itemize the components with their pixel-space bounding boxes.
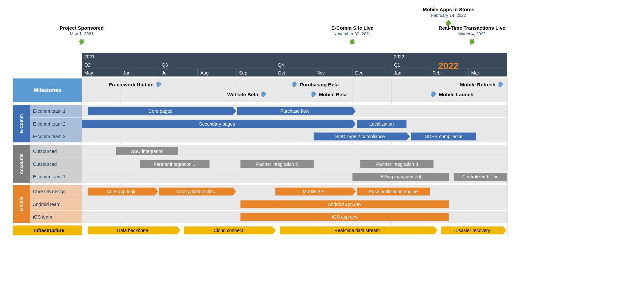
gantt-bar: Cloud connect: [184, 226, 272, 234]
bar-label: iOS app dev: [332, 214, 357, 220]
gantt-bar: Purchase flow: [237, 107, 352, 115]
group-label: Infrastructure: [13, 225, 82, 235]
bar-label: Mobile API: [303, 189, 325, 194]
gantt-bar: iOS app dev: [240, 213, 449, 221]
gantt-row: E-comm team 2Secondary pagesLocalization: [30, 117, 507, 130]
milestones-row: Milestones Framework UpdatePurchasing Be…: [13, 78, 507, 102]
bar-label: SOC Type 2 compliance: [335, 134, 385, 139]
row-track: Android app dev: [82, 198, 507, 210]
row-track: Partner integration 1Partner integration…: [82, 158, 507, 170]
axis-cell: May: [82, 69, 120, 76]
group-accounts: AccountsOutsourcedSSO integrationOutsour…: [13, 145, 507, 183]
row-label: Android team: [30, 198, 82, 210]
gantt-bar: SOC Type 2 compliance: [314, 133, 406, 140]
gantt-bar: Billing management: [352, 173, 450, 181]
group-e-comm: E-CommE-comm team 1Core pagesPurchase fl…: [13, 105, 507, 142]
time-axis: 20212022Q2Q3Q4Q1MayJunJulAugSepOctNovDec…: [13, 53, 507, 76]
axis-cell: Mar: [469, 69, 507, 76]
milestone-marker: Mobile Beta: [310, 91, 347, 98]
bar-label: Real-time data stream: [334, 228, 380, 233]
axis-cell: Jun: [120, 69, 159, 76]
milestone-label: Mobile Refresh: [460, 82, 496, 87]
gantt-row: iOS teamiOS app dev: [30, 210, 507, 223]
gantt-bar: Partner integration 2: [240, 160, 314, 168]
gantt-chart: Project Sponsored May 1, 2021 E-Comm Sit…: [13, 7, 507, 235]
axis-cell: Q4: [275, 61, 391, 69]
year-highlight: 2022: [438, 61, 459, 71]
gantt-bar: Mobile API: [275, 188, 352, 195]
row-label: Outsourced: [30, 145, 82, 158]
gantt-row: E-comm team 3SOC Type 2 complianceGDPR c…: [30, 130, 507, 142]
row-track: Billing managementCentralized billing: [82, 170, 507, 183]
axis-cell: Nov: [314, 69, 352, 76]
milestone-label: Mobile Launch: [439, 92, 473, 97]
bar-label: Android app dev: [328, 202, 361, 207]
bar-label: Disaster recovery: [454, 228, 490, 233]
gantt-row: Android teamAndroid app dev: [30, 198, 507, 210]
milestone-title: Real-Time Transactions Live: [439, 25, 505, 31]
milestone-title: Project Sponsored: [60, 25, 103, 31]
milestone-label: Website Beta: [227, 92, 258, 97]
milestone-date: March 4, 2022: [439, 31, 505, 36]
milestone-marker: Mobile Launch: [430, 91, 473, 98]
gantt-row: OutsourcedPartner integration 1Partner i…: [30, 158, 507, 170]
header-milestone: Project Sponsored May 1, 2021: [60, 25, 103, 47]
star-icon: [439, 38, 505, 47]
bar-label: Push notification engine: [369, 189, 418, 194]
group-tab: E-Comm: [13, 105, 30, 142]
milestone-title: Mobile Apps in Stores: [423, 7, 474, 12]
milestone-label: Purchasing Beta: [300, 82, 339, 87]
group-tab: Accounts: [13, 145, 30, 183]
axis-cell: 2021: [82, 53, 391, 61]
milestone-marker: Framework Update: [109, 81, 162, 88]
bar-label: Localization: [369, 121, 394, 127]
axis-cell: Jul: [159, 69, 198, 76]
gantt-bar: Push notification engine: [357, 188, 430, 195]
gantt-row: OutsourcedSSO integration: [30, 145, 507, 158]
milestone-date: February 14, 2022: [423, 13, 474, 18]
gantt-row: E-comm team 1Billing managementCentraliz…: [30, 170, 507, 183]
row-track: Secondary pagesLocalization: [82, 117, 507, 130]
bar-label: Centralized billing: [462, 174, 499, 179]
row-track: Core pagesPurchase flow: [82, 105, 507, 117]
axis-cell: 2022: [391, 53, 507, 61]
row-label: iOS team: [30, 210, 82, 223]
bar-label: Purchase flow: [280, 108, 309, 114]
gantt-bar: Partner integration 1: [140, 160, 210, 168]
axis-cell: Aug: [198, 69, 236, 76]
bar-label: Secondary pages: [199, 121, 235, 127]
row-track: Data backboneCloud connectReal-time data…: [82, 225, 507, 235]
axis-cell: Q3: [159, 61, 275, 69]
gantt-bar: Data backbone: [88, 226, 177, 234]
axis-cell: Oct: [275, 69, 314, 76]
row-track: Core app logicCross platform libsMobile …: [82, 185, 507, 198]
row-track: SSO integration: [82, 145, 507, 158]
axis-cell: Jan: [391, 69, 430, 76]
gantt-bar: Localization: [357, 120, 406, 128]
bar-label: SSO integration: [131, 149, 164, 154]
gantt-bar: Real-time data stream: [280, 226, 434, 234]
milestone-title: E-Comm Site Live: [331, 25, 374, 31]
milestone-date: May 1, 2021: [60, 31, 103, 36]
milestone-label: Mobile Beta: [319, 92, 347, 97]
milestone-date: November 30, 2021: [331, 31, 374, 36]
gantt-bar: Android app dev: [240, 200, 449, 208]
bar-label: GDPR compliance: [425, 134, 462, 139]
star-icon: [60, 38, 103, 47]
row-label: E-comm team 1: [30, 170, 82, 183]
header-milestone: E-Comm Site Live November 30, 2021: [331, 25, 374, 47]
row-label: Outsourced: [30, 158, 82, 170]
milestone-marker: Website Beta: [227, 91, 267, 98]
gantt-row: E-comm team 1Core pagesPurchase flow: [30, 105, 507, 117]
milestones-tab: Milestones: [13, 78, 82, 102]
milestone-marker: Purchasing Beta: [291, 81, 339, 88]
gantt-plot: E-CommE-comm team 1Core pagesPurchase fl…: [13, 102, 507, 235]
group-tab: Mobile: [13, 185, 30, 223]
gantt-bar: Core pages: [88, 107, 233, 115]
row-label: E-comm team 3: [30, 130, 82, 142]
gantt-bar: GDPR compliance: [411, 133, 476, 140]
axis-cell: Q2: [82, 61, 159, 69]
gantt-bar: Centralized billing: [454, 173, 507, 181]
header-milestone: Real-Time Transactions Live March 4, 202…: [439, 25, 505, 47]
header-milestones: Project Sponsored May 1, 2021 E-Comm Sit…: [13, 7, 507, 53]
